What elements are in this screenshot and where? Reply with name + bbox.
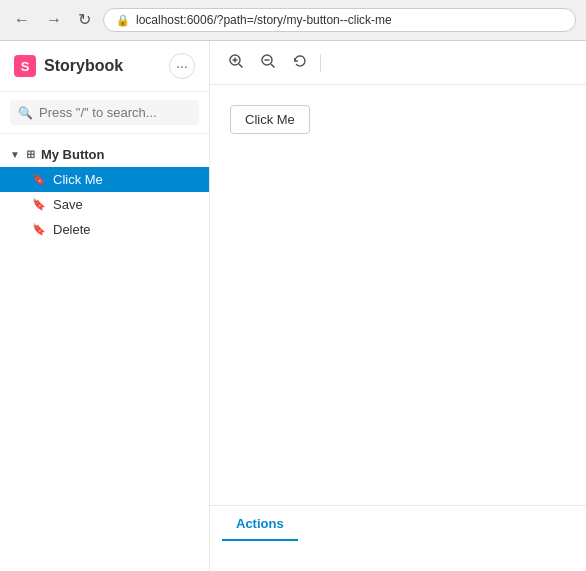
story-button-click-me[interactable]: Click Me bbox=[230, 105, 310, 134]
sidebar: S Storybook ··· 🔍 ▼ ⊞ My Button 🔖 bbox=[0, 41, 210, 571]
item-label-save: Save bbox=[53, 197, 83, 212]
toolbar bbox=[210, 41, 586, 85]
browser-chrome: ← → ↻ 🔒 localhost:6006/?path=/story/my-b… bbox=[0, 0, 586, 41]
bottom-panel: Actions bbox=[210, 505, 586, 571]
lock-icon: 🔒 bbox=[116, 14, 130, 27]
back-button[interactable]: ← bbox=[10, 10, 34, 30]
svg-line-5 bbox=[271, 64, 275, 68]
menu-button[interactable]: ··· bbox=[169, 53, 195, 79]
bookmark-icon-delete: 🔖 bbox=[32, 223, 46, 236]
group-label: My Button bbox=[41, 147, 105, 162]
panel-content bbox=[210, 541, 586, 571]
tree-item-save[interactable]: 🔖 Save bbox=[0, 192, 209, 217]
tree-item-delete[interactable]: 🔖 Delete bbox=[0, 217, 209, 242]
search-wrap: 🔍 bbox=[10, 100, 199, 125]
sidebar-tree: ▼ ⊞ My Button 🔖 Click Me 🔖 Save 🔖 Delete bbox=[0, 134, 209, 571]
reset-zoom-button[interactable] bbox=[286, 49, 314, 76]
url-text: localhost:6006/?path=/story/my-button--c… bbox=[136, 13, 392, 27]
search-input[interactable] bbox=[39, 105, 191, 120]
bookmark-icon-click-me: 🔖 bbox=[32, 173, 46, 186]
component-icon: ⊞ bbox=[26, 148, 35, 161]
zoom-out-icon bbox=[260, 53, 276, 69]
sidebar-search: 🔍 bbox=[0, 92, 209, 134]
panel-tabs: Actions bbox=[210, 506, 586, 541]
sidebar-brand: S Storybook bbox=[14, 55, 123, 77]
content-area: Click Me Actions bbox=[210, 41, 586, 571]
zoom-in-button[interactable] bbox=[222, 49, 250, 76]
svg-line-1 bbox=[239, 64, 243, 68]
storybook-logo: S bbox=[14, 55, 36, 77]
search-icon: 🔍 bbox=[18, 106, 33, 120]
main-layout: S Storybook ··· 🔍 ▼ ⊞ My Button 🔖 bbox=[0, 41, 586, 571]
zoom-in-icon bbox=[228, 53, 244, 69]
reset-zoom-icon bbox=[292, 53, 308, 69]
tree-item-click-me[interactable]: 🔖 Click Me bbox=[0, 167, 209, 192]
reload-button[interactable]: ↻ bbox=[74, 10, 95, 30]
address-bar[interactable]: 🔒 localhost:6006/?path=/story/my-button-… bbox=[103, 8, 576, 32]
story-canvas: Click Me bbox=[210, 85, 586, 505]
sidebar-title: Storybook bbox=[44, 57, 123, 75]
tree-group: ▼ ⊞ My Button 🔖 Click Me 🔖 Save 🔖 Delete bbox=[0, 140, 209, 244]
item-label-click-me: Click Me bbox=[53, 172, 103, 187]
bookmark-icon-save: 🔖 bbox=[32, 198, 46, 211]
zoom-out-button[interactable] bbox=[254, 49, 282, 76]
toolbar-divider bbox=[320, 54, 321, 72]
tree-group-header[interactable]: ▼ ⊞ My Button bbox=[0, 142, 209, 167]
tab-actions[interactable]: Actions bbox=[222, 506, 298, 541]
forward-button[interactable]: → bbox=[42, 10, 66, 30]
chevron-down-icon: ▼ bbox=[10, 149, 20, 160]
sidebar-header: S Storybook ··· bbox=[0, 41, 209, 92]
item-label-delete: Delete bbox=[53, 222, 91, 237]
logo-letter: S bbox=[21, 59, 30, 74]
